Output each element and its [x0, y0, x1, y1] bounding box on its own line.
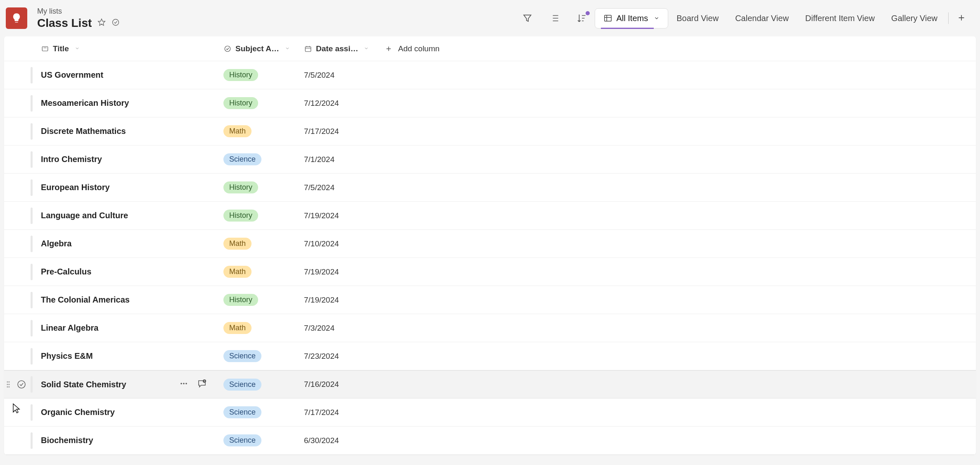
- cell-subject[interactable]: History: [223, 294, 304, 306]
- cell-title[interactable]: Physics E&M: [41, 350, 223, 362]
- cell-title[interactable]: Biochemistry: [41, 434, 223, 446]
- table-row[interactable]: Algebra Math 7/10/2024: [4, 230, 976, 258]
- cell-subject[interactable]: Science: [223, 153, 304, 165]
- table-row[interactable]: European History History 7/5/2024: [4, 174, 976, 202]
- table-row[interactable]: US Government History 7/5/2024: [4, 61, 976, 89]
- sort-button[interactable]: [573, 10, 591, 27]
- cell-title[interactable]: US Government: [41, 69, 223, 81]
- comment-icon[interactable]: [197, 379, 207, 391]
- subject-tag: Science: [223, 434, 261, 446]
- table-row[interactable]: Pre-Calculus Math 7/19/2024: [4, 258, 976, 286]
- subject-tag: Math: [223, 322, 252, 334]
- drag-handle-icon[interactable]: [4, 379, 12, 389]
- view-all-items[interactable]: All Items: [595, 8, 669, 29]
- cell-date[interactable]: 7/1/2024: [304, 155, 384, 164]
- cell-title[interactable]: Algebra: [41, 238, 223, 250]
- cell-subject[interactable]: Science: [223, 350, 304, 362]
- row-accent: [31, 376, 33, 393]
- row-accent: [31, 264, 33, 280]
- table-row[interactable]: Language and Culture History 7/19/2024: [4, 202, 976, 230]
- svg-point-133: [18, 381, 25, 388]
- filter-button[interactable]: [519, 10, 536, 27]
- table-row[interactable]: Biochemistry Science 6/30/2024: [4, 427, 976, 455]
- table: Title Subject A… Date assi… Add column: [4, 36, 976, 455]
- cell-subject[interactable]: Math: [223, 266, 304, 278]
- check-circle-icon[interactable]: [112, 18, 120, 28]
- add-view-button[interactable]: [951, 9, 972, 28]
- breadcrumb[interactable]: My lists: [37, 7, 62, 15]
- cell-date[interactable]: 7/16/2024: [304, 380, 384, 389]
- column-header-subject[interactable]: Subject A…: [224, 44, 304, 53]
- cell-title[interactable]: Solid State Chemistry: [41, 379, 223, 391]
- cell-title[interactable]: Mesoamerican History: [41, 97, 223, 109]
- row-accent: [31, 348, 33, 365]
- view-different-item[interactable]: Different Item View: [797, 9, 883, 28]
- svg-point-130: [8, 384, 9, 385]
- chevron-down-icon: [285, 45, 290, 52]
- cell-subject[interactable]: Science: [223, 406, 304, 418]
- svg-point-129: [7, 384, 8, 385]
- row-accent: [31, 404, 33, 421]
- cell-title[interactable]: Discrete Mathematics: [41, 125, 223, 137]
- svg-rect-2: [604, 15, 611, 21]
- table-row[interactable]: Mesoamerican History History 7/12/2024: [4, 89, 976, 117]
- row-accent: [31, 67, 33, 83]
- view-calendar[interactable]: Calendar View: [727, 9, 797, 28]
- cell-date[interactable]: 7/3/2024: [304, 324, 384, 333]
- table-row[interactable]: Organic Chemistry Science 7/17/2024: [4, 398, 976, 427]
- table-row[interactable]: The Colonial Americas History 7/19/2024: [4, 286, 976, 314]
- view-gallery[interactable]: Gallery View: [883, 9, 946, 28]
- select-row-toggle[interactable]: [12, 379, 31, 389]
- cell-subject[interactable]: History: [223, 69, 304, 81]
- cell-date[interactable]: 7/12/2024: [304, 99, 384, 108]
- subject-tag: Math: [223, 238, 252, 250]
- row-title-text: Pre-Calculus: [41, 267, 91, 277]
- cell-subject[interactable]: Math: [223, 125, 304, 137]
- star-icon[interactable]: [97, 18, 106, 28]
- cell-subject[interactable]: Science: [223, 379, 304, 391]
- cell-date[interactable]: 7/17/2024: [304, 127, 384, 136]
- table-row[interactable]: Intro Chemistry Science 7/1/2024: [4, 145, 976, 174]
- row-accent: [31, 123, 33, 140]
- row-accent: [31, 151, 33, 168]
- cell-subject[interactable]: History: [223, 210, 304, 222]
- subject-tag: History: [223, 210, 258, 222]
- cell-title[interactable]: Language and Culture: [41, 210, 223, 222]
- cell-date[interactable]: 7/5/2024: [304, 71, 384, 80]
- cell-subject[interactable]: Math: [223, 322, 304, 334]
- toolbar: [519, 10, 591, 27]
- cell-date[interactable]: 6/30/2024: [304, 436, 384, 445]
- more-icon[interactable]: [179, 379, 189, 391]
- cell-title[interactable]: Pre-Calculus: [41, 266, 223, 278]
- cell-date[interactable]: 7/10/2024: [304, 239, 384, 248]
- row-title-text: Algebra: [41, 239, 71, 248]
- cell-date[interactable]: 7/17/2024: [304, 408, 384, 417]
- cell-title[interactable]: The Colonial Americas: [41, 294, 223, 306]
- cell-subject[interactable]: Science: [223, 434, 304, 446]
- cell-title[interactable]: Organic Chemistry: [41, 406, 223, 418]
- group-button[interactable]: [546, 10, 563, 27]
- table-row[interactable]: Discrete Mathematics Math 7/17/2024: [4, 117, 976, 145]
- cell-subject[interactable]: Math: [223, 238, 304, 250]
- cell-subject[interactable]: History: [223, 97, 304, 109]
- row-accent: [31, 179, 33, 196]
- view-board[interactable]: Board View: [668, 9, 727, 28]
- column-header-title[interactable]: Title: [41, 44, 224, 53]
- cell-date[interactable]: 7/19/2024: [304, 267, 384, 277]
- add-column-button[interactable]: Add column: [385, 44, 467, 53]
- table-row[interactable]: Linear Algebra Math 7/3/2024: [4, 314, 976, 342]
- cell-title[interactable]: Linear Algebra: [41, 322, 223, 334]
- cell-date[interactable]: 7/19/2024: [304, 296, 384, 305]
- subject-tag: Science: [223, 406, 261, 418]
- cell-title[interactable]: Intro Chemistry: [41, 153, 223, 165]
- table-row[interactable]: Solid State Chemistry Science 7/16/2024: [4, 370, 976, 398]
- column-header-date[interactable]: Date assi…: [304, 44, 385, 53]
- svg-point-134: [180, 383, 182, 384]
- row-title-text: Discrete Mathematics: [41, 126, 126, 136]
- cell-date[interactable]: 7/5/2024: [304, 183, 384, 192]
- cell-title[interactable]: European History: [41, 181, 223, 193]
- cell-date[interactable]: 7/19/2024: [304, 211, 384, 220]
- table-row[interactable]: Physics E&M Science 7/23/2024: [4, 342, 976, 370]
- cell-subject[interactable]: History: [223, 181, 304, 193]
- cell-date[interactable]: 7/23/2024: [304, 352, 384, 361]
